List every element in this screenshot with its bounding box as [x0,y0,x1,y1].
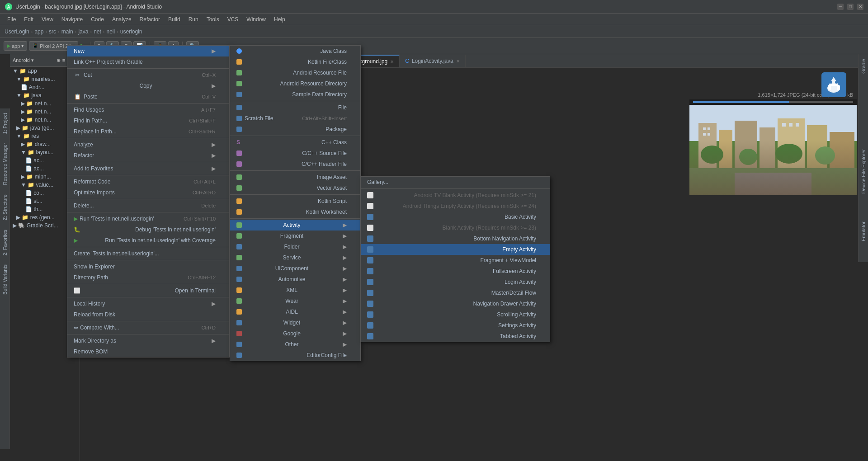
breadcrumb-app[interactable]: app [34,28,43,35]
breadcrumb-nell[interactable]: nell [106,28,115,35]
submenu-android-resource-file[interactable]: Android Resource File [230,67,360,78]
activity-bottom-nav[interactable]: Bottom Navigation Activity [361,233,550,244]
ctx-reload-disk[interactable]: Reload from Disk [67,309,229,320]
submenu-uicomponent[interactable]: UiComponent ▶ [230,263,360,274]
ctx-run-coverage[interactable]: ▶ Run 'Tests in net.nell.userlogin' with… [67,235,229,246]
ctx-create-tests[interactable]: Create 'Tests in net.nell.userlogin'... [67,248,229,259]
ctx-paste[interactable]: 📋 Paste Ctrl+V [67,91,229,102]
ctx-open-terminal[interactable]: ⬜ Open in Terminal [67,285,229,296]
device-file-explorer-tab[interactable]: Device File Explorer [859,145,868,198]
ctx-cut[interactable]: ✂ Cut Ctrl+X [67,70,229,80]
favorites-tab[interactable]: 2: Favorites [1,225,9,260]
activity-fullscreen[interactable]: Fullscreen Activity [361,266,550,277]
menu-code[interactable]: Code [87,15,108,24]
submenu-cpp-header[interactable]: C/C++ Header File [230,159,360,169]
menu-edit[interactable]: Edit [20,15,37,24]
close-button[interactable]: ✕ [857,4,863,10]
submenu-sample-data-dir[interactable]: Sample Data Directory [230,89,360,100]
breadcrumb-java[interactable]: java [78,28,88,35]
submenu-editor-config[interactable]: EditorConfig File [230,350,360,361]
menu-window[interactable]: Window [243,15,269,24]
submenu-file[interactable]: File [230,102,360,113]
activity-master-detail[interactable]: Master/Detail Flow [361,287,550,298]
build-variants-tab[interactable]: Build Variants [1,260,9,299]
activity-nav-drawer[interactable]: Navigation Drawer Activity [361,298,550,309]
submenu-automotive[interactable]: Automotive ▶ [230,274,360,285]
submenu-google[interactable]: Google ▶ [230,328,360,339]
submenu-kotlin-script[interactable]: Kotlin Script [230,196,360,207]
activity-gallery[interactable]: Gallery... [361,177,550,188]
close-tab-background[interactable]: ✕ [390,59,394,64]
resource-manager-tab[interactable]: Resource Manager [1,138,9,190]
ctx-replace-in-path[interactable]: Replace in Path... Ctrl+Shift+R [67,126,229,137]
submenu-aidl[interactable]: AIDL ▶ [230,306,360,317]
submenu-service[interactable]: Service ▶ [230,252,360,263]
structure-tab[interactable]: Z: Structure [1,190,9,225]
ctx-directory-path[interactable]: Directory Path Ctrl+Alt+F12 [67,272,229,283]
ctx-run-tests[interactable]: ▶ Run 'Tests in net.nell.userlogin' Ctrl… [67,213,229,224]
submenu-vector-asset[interactable]: Vector Asset [230,183,360,193]
breadcrumb-userlogin[interactable]: UserLogin [5,28,29,35]
menu-navigate[interactable]: Navigate [58,15,86,24]
activity-empty[interactable]: Empty Activity [361,244,550,255]
breadcrumb-net[interactable]: net [94,28,101,35]
maximize-button[interactable]: □ [847,4,854,10]
submenu-kotlin-class[interactable]: Kotlin File/Class [230,56,360,67]
ctx-delete[interactable]: Delete... Delete [67,200,229,211]
project-tab[interactable]: 1: Project [1,108,9,138]
run-config-selector[interactable]: ▶ app ▾ [4,41,27,51]
menu-refactor[interactable]: Refactor [136,15,164,24]
submenu-activity[interactable]: Activity ▶ [230,220,360,230]
emulator-tab[interactable]: Emulator [859,217,868,246]
ctx-mark-directory[interactable]: Mark Directory as ▶ [67,335,229,346]
breadcrumb-src[interactable]: src [49,28,56,35]
menu-tools[interactable]: Tools [203,15,223,24]
activity-scrolling[interactable]: Scrolling Activity [361,309,550,320]
activity-blank[interactable]: Blank Activity (Requires minSdk >= 23) [361,222,550,233]
ctx-refactor[interactable]: Refactor ▶ [67,150,229,161]
submenu-widget[interactable]: Widget ▶ [230,317,360,328]
submenu-fragment[interactable]: Fragment ▶ [230,230,360,241]
ctx-reformat[interactable]: Reformat Code Ctrl+Alt+L [67,176,229,187]
submenu-java-class[interactable]: Java Class [230,46,360,56]
submenu-folder[interactable]: Folder ▶ [230,241,360,252]
submenu-image-asset[interactable]: Image Asset [230,172,360,183]
ctx-analyze[interactable]: Analyze ▶ [67,139,229,150]
ctx-remove-bom[interactable]: Remove BOM [67,346,229,357]
ctx-link-cpp[interactable]: Link C++ Project with Gradle [67,56,229,67]
submenu-cpp-class[interactable]: S C++ Class [230,137,360,148]
submenu-package[interactable]: Package [230,124,360,135]
tab-login-activity[interactable]: C LoginActivity.java ✕ [400,55,466,67]
submenu-wear[interactable]: Wear ▶ [230,296,360,306]
activity-fragment-viewmodel[interactable]: Fragment + ViewModel [361,255,550,266]
submenu-kotlin-worksheet[interactable]: Kotlin Worksheet [230,207,360,217]
ctx-debug-tests[interactable]: 🐛 Debug 'Tests in net.nell.userlogin' [67,224,229,235]
ctx-find-in-path[interactable]: Find in Path... Ctrl+Shift+F [67,115,229,126]
activity-settings[interactable]: Settings Activity [361,320,550,331]
activity-things-empty[interactable]: Android Things Empty Activity (Requires … [361,201,550,212]
gradle-tab[interactable]: Gradle [859,54,868,78]
ctx-new[interactable]: New ▶ [67,46,229,56]
ctx-find-usages[interactable]: Find Usages Alt+F7 [67,104,229,115]
ctx-copy[interactable]: Copy ▶ [67,80,229,91]
submenu-android-resource-dir[interactable]: Android Resource Directory [230,78,360,89]
ctx-show-explorer[interactable]: Show in Explorer [67,261,229,272]
submenu-other[interactable]: Other ▶ [230,339,360,350]
ctx-local-history[interactable]: Local History ▶ [67,298,229,309]
menu-file[interactable]: File [4,15,19,24]
breadcrumb-main[interactable]: main [61,28,73,35]
submenu-scratch-file[interactable]: Scratch File Ctrl+Alt+Shift+Insert [230,113,360,124]
activity-basic[interactable]: Basic Activity [361,212,550,222]
breadcrumb-userlogin-pkg[interactable]: userlogin [120,28,142,35]
activity-tv-blank[interactable]: Android TV Blank Activity (Requires minS… [361,190,550,201]
menu-build[interactable]: Build [165,15,184,24]
menu-analyze[interactable]: Analyze [108,15,135,24]
submenu-xml[interactable]: XML ▶ [230,285,360,296]
menu-run[interactable]: Run [185,15,202,24]
close-tab-login-activity[interactable]: ✕ [456,59,460,64]
sync-project-icon[interactable]: ⊕ [57,57,61,63]
ctx-compare-with[interactable]: ⇔ Compare With... Ctrl+D [67,322,229,333]
menu-help[interactable]: Help [270,15,289,24]
menu-vcs[interactable]: VCS [224,15,242,24]
activity-login[interactable]: Login Activity [361,277,550,287]
